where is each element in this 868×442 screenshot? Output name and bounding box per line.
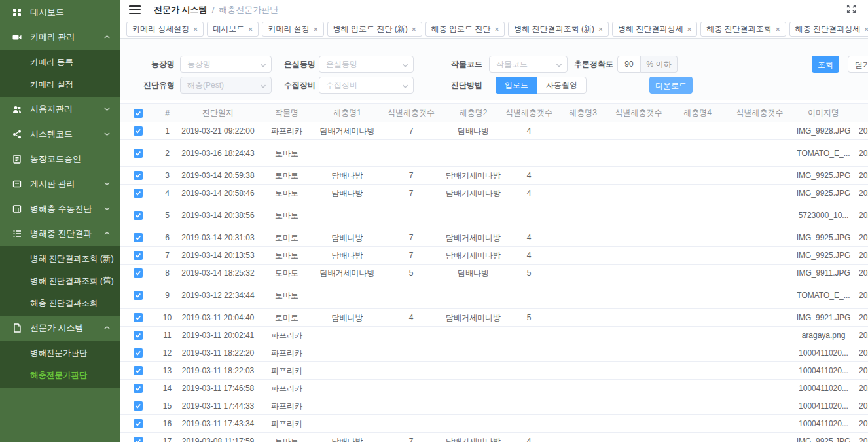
- cell: [444, 140, 503, 167]
- row-checkbox[interactable]: [134, 437, 143, 442]
- farm-name-select[interactable]: 농장명: [180, 56, 272, 73]
- cell: 4: [378, 309, 444, 327]
- sidebar-subitem-1-0[interactable]: 카메라 등록: [0, 51, 120, 73]
- device-select[interactable]: 수집장비: [319, 77, 414, 94]
- close-icon[interactable]: ×: [248, 26, 253, 33]
- table-row: 122019-03-11 18:22:20파프리카1000411020...20…: [120, 344, 868, 362]
- cell: [316, 415, 378, 433]
- sidebar-item-2[interactable]: 사용자관리: [0, 97, 120, 122]
- method-option-upload[interactable]: 업로드: [496, 77, 537, 94]
- cell: 담배나방: [316, 309, 378, 327]
- sidebar-item-4[interactable]: 농장코드승인: [0, 147, 120, 172]
- tab-label: 병해 업로드 진단 (新): [333, 24, 408, 35]
- breadcrumb-separator: /: [212, 5, 215, 15]
- row-checkbox[interactable]: [134, 171, 143, 180]
- tab-8[interactable]: 해충 진단결과상세×: [789, 22, 868, 37]
- row-checkbox-cell: [120, 327, 156, 344]
- close-icon[interactable]: ×: [776, 26, 780, 33]
- close-icon[interactable]: ×: [314, 26, 318, 33]
- sidebar-item-8[interactable]: 전문가 시스템: [0, 316, 120, 341]
- column-header-7: 해충명3: [555, 104, 611, 122]
- row-checkbox[interactable]: [134, 251, 143, 260]
- sidebar-subitem-7-1[interactable]: 병해 진단결과조회 (舊): [0, 270, 120, 292]
- tab-6[interactable]: 병해 진단결과상세×: [612, 22, 697, 37]
- close-icon[interactable]: ×: [412, 26, 416, 33]
- sidebar-item-5[interactable]: 게시판 관리: [0, 172, 120, 196]
- cell: [666, 433, 729, 442]
- cell: 담배나방: [316, 247, 378, 265]
- sidebar-item-label: 병해충 진단결과: [30, 228, 92, 240]
- close-icon[interactable]: ×: [193, 26, 198, 33]
- tab-4[interactable]: 해충 업로드 진단×: [425, 22, 505, 37]
- cell: 2019-03-11 17:43:34: [179, 415, 257, 433]
- row-checkbox[interactable]: [134, 384, 143, 393]
- sidebar-subitem-1-1[interactable]: 카메라 설정: [0, 73, 120, 96]
- search-button[interactable]: 조회: [812, 56, 839, 73]
- sidebar-item-0[interactable]: 대시보드: [0, 0, 120, 25]
- row-checkbox[interactable]: [134, 366, 143, 375]
- hamburger-icon[interactable]: [129, 5, 141, 14]
- cell: [666, 380, 729, 397]
- row-checkbox[interactable]: [134, 233, 143, 242]
- cell: 9: [156, 282, 179, 309]
- cell: 2019-03-11 20:02:41: [179, 327, 257, 344]
- row-checkbox[interactable]: [134, 291, 143, 300]
- sidebar-subitem-8-0[interactable]: 병해전문가판단: [0, 342, 120, 364]
- header-checkbox[interactable]: [134, 109, 143, 118]
- accuracy-input[interactable]: [617, 56, 641, 73]
- sidebar-item-6[interactable]: 병해충 수동진단: [0, 196, 120, 221]
- tab-7[interactable]: 해충 진단결과조회×: [700, 22, 786, 37]
- row-checkbox[interactable]: [134, 149, 143, 158]
- cell: [444, 415, 503, 433]
- sidebar-subitem-8-1[interactable]: 해충전문가판단: [0, 364, 120, 386]
- cell: [611, 380, 666, 397]
- greenhouse-select[interactable]: 온실동명: [319, 56, 414, 73]
- row-checkbox[interactable]: [134, 348, 143, 358]
- cell: 담배거세미나방: [444, 185, 503, 202]
- cell: TOMATO_E_...: [791, 140, 856, 167]
- close-icon[interactable]: ×: [864, 26, 868, 33]
- tab-0[interactable]: 카메라 상세설정×: [126, 22, 204, 37]
- row-checkbox[interactable]: [134, 401, 143, 411]
- sidebar-subitem-7-2[interactable]: 해충 진단결과조회: [0, 292, 120, 314]
- tab-3[interactable]: 병해 업로드 진단 (新)×: [327, 22, 422, 37]
- diagnosis-type-select[interactable]: 해충(Pest): [180, 77, 272, 94]
- sidebar-item-1[interactable]: 카메라 관리: [0, 25, 120, 50]
- tab-2[interactable]: 카메라 설정×: [262, 22, 323, 37]
- tab-label: 병해 진단결과상세: [618, 24, 683, 35]
- cell: 6: [156, 229, 179, 247]
- tab-5[interactable]: 병해 진단결과조회 (新)×: [508, 22, 609, 37]
- row-checkbox[interactable]: [134, 313, 143, 322]
- download-button[interactable]: 다운로드: [649, 77, 693, 94]
- cell: 2019-03-14 18:25:32: [179, 265, 257, 282]
- cell: IMG_9925.JPG: [791, 167, 856, 185]
- row-checkbox[interactable]: [134, 331, 143, 340]
- fullscreen-icon[interactable]: [846, 4, 856, 16]
- cell: 토마토: [257, 309, 316, 327]
- sidebar-item-3[interactable]: 시스템코드: [0, 122, 120, 147]
- cell-date-cut: 201: [856, 202, 868, 229]
- sidebar-subitem-7-0[interactable]: 병해 진단결과조회 (新): [0, 248, 120, 270]
- tab-1[interactable]: 대시보드×: [207, 22, 259, 37]
- row-checkbox[interactable]: [134, 126, 143, 136]
- cell: IMG_9928.JPG: [791, 122, 856, 140]
- row-checkbox-cell: [120, 344, 156, 362]
- row-checkbox[interactable]: [134, 211, 143, 220]
- close-icon[interactable]: ×: [598, 26, 603, 33]
- row-checkbox[interactable]: [134, 189, 143, 198]
- close-button[interactable]: 닫기: [848, 56, 868, 73]
- cell: 파프리카: [257, 415, 316, 433]
- crop-code-select[interactable]: 작물코드: [489, 56, 568, 73]
- close-icon[interactable]: ×: [687, 26, 691, 33]
- method-option-auto[interactable]: 자동촬영: [537, 77, 587, 94]
- cell: 담배거세미나방: [316, 122, 378, 140]
- row-checkbox[interactable]: [134, 419, 143, 428]
- cell: [378, 282, 444, 309]
- row-checkbox[interactable]: [134, 268, 143, 278]
- sidebar-item-7[interactable]: 병해충 진단결과: [0, 221, 120, 246]
- cell: 2019-03-14 20:59:38: [179, 167, 257, 185]
- cell: [503, 140, 555, 167]
- expert-system-icon: [12, 323, 22, 333]
- close-icon[interactable]: ×: [494, 26, 499, 33]
- cell: [666, 202, 729, 229]
